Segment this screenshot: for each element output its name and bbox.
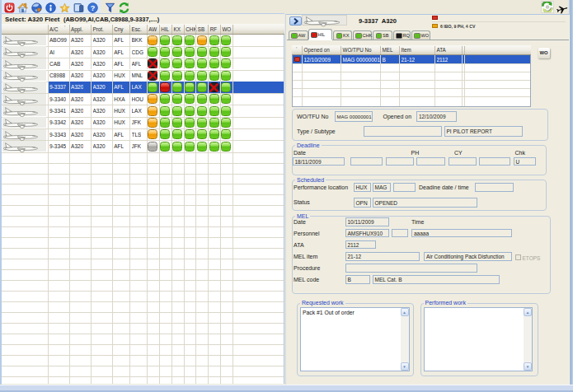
- svg-text:?: ?: [91, 4, 96, 12]
